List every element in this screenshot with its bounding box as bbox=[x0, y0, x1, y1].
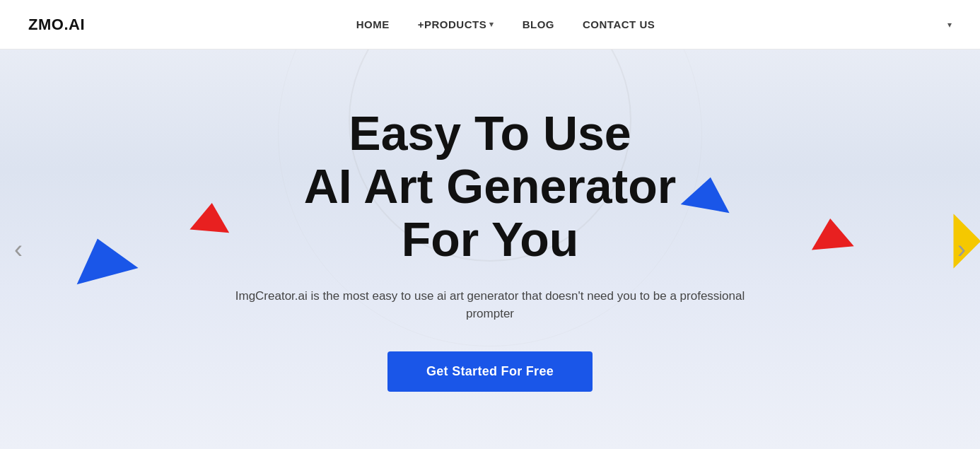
heading-line2: AI Art Generator bbox=[304, 159, 676, 213]
nav-links: HOME +PRODUCTS ▾ BLOG CONTACT US bbox=[356, 18, 655, 31]
hero-subtitle: ImgCreator.ai is the most easy to use ai… bbox=[214, 287, 766, 323]
shape-right-red-triangle bbox=[809, 216, 853, 250]
logo[interactable]: ZMO.AI bbox=[28, 16, 85, 34]
nav-item-contact[interactable]: CONTACT US bbox=[583, 18, 655, 31]
nav-item-blog[interactable]: BLOG bbox=[523, 18, 554, 31]
nav-item-home[interactable]: HOME bbox=[356, 18, 390, 31]
heading-line1: Easy To Use bbox=[349, 106, 631, 160]
carousel-prev-arrow[interactable]: ‹ bbox=[7, 228, 30, 272]
products-chevron-icon: ▾ bbox=[489, 20, 494, 29]
shape-left-red-triangle bbox=[189, 202, 231, 233]
cta-button[interactable]: Get Started For Free bbox=[387, 351, 593, 392]
global-dropdown-icon[interactable]: ▾ bbox=[947, 20, 952, 30]
heading-line3: For You bbox=[402, 212, 579, 266]
shape-left-blue-triangle bbox=[66, 231, 138, 284]
hero-heading: Easy To Use AI Art Generator For You bbox=[304, 107, 676, 265]
carousel-next-arrow[interactable]: › bbox=[950, 228, 973, 272]
hero-section: ‹ › Easy To Use AI Art Generator For You… bbox=[0, 49, 980, 449]
nav-item-products[interactable]: +PRODUCTS ▾ bbox=[418, 18, 494, 30]
navbar: ZMO.AI HOME +PRODUCTS ▾ BLOG CONTACT US … bbox=[0, 0, 980, 49]
